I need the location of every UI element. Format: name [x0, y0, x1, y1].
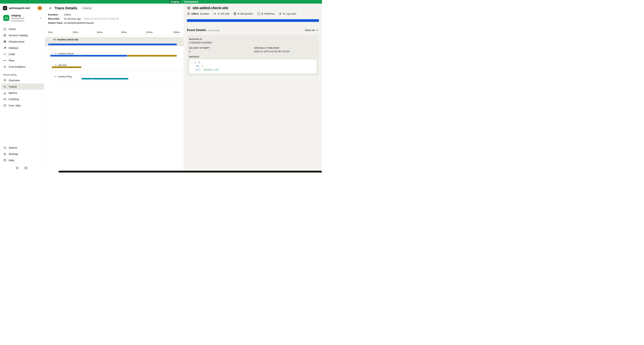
service-catalog-icon [3, 34, 6, 37]
show-all-button[interactable]: Show all [305, 29, 319, 32]
sidebar-item-label: Help [8, 159, 14, 162]
row-separator [50, 59, 184, 59]
trace-span-segment[interactable] [91, 78, 128, 80]
app-logo: U [3, 6, 7, 10]
sidebar-item-home[interactable]: Home [1, 26, 44, 32]
axis-tick-label: 90ms [122, 31, 127, 34]
sidebar-item-settings[interactable]: Settings [1, 151, 44, 157]
sidebar-nav-main: HomeService CatalogInfrastructureDeploys… [0, 26, 45, 70]
copy-json-button[interactable] [198, 61, 200, 64]
collapse-sidebar-button[interactable] [24, 166, 28, 170]
sidebar-item-label: Settings [8, 152, 18, 155]
environment-description: Development Environment [11, 17, 37, 22]
trace-span-segment[interactable] [80, 55, 127, 57]
span-name: monitor.Check [58, 52, 74, 55]
sun-icon [16, 166, 19, 170]
message-id-label: MESSAGE ID [189, 38, 317, 40]
sidebar-item-traces[interactable]: Traces [1, 84, 44, 90]
api-call-icon [54, 53, 57, 55]
env-badge[interactable]: staging [169, 0, 180, 4]
trace-row-monitor-check-site[interactable]: −monitor.check-site [50, 38, 78, 41]
sidebar-item-label: Infrastructure [8, 40, 24, 43]
sidebar-item-deploys[interactable]: Deploys [1, 45, 44, 51]
json-value: 1 [201, 65, 203, 67]
trace-duration-row: Duration 158ms [48, 13, 180, 16]
trace-span-segment[interactable] [82, 78, 91, 80]
json-colon: : [198, 65, 202, 67]
trace-span-segment[interactable] [52, 66, 81, 68]
axis-tick-mark [146, 34, 146, 35]
parent-trace-value[interactable]: 0cv4ik3jrtbcp6if6h8ovbpuq0 [64, 22, 94, 25]
sidebar-item-label: Search [8, 146, 17, 149]
section-label-observability: Observability [3, 73, 45, 76]
theme-toggle-button[interactable] [16, 166, 19, 170]
tree-connector [52, 55, 52, 77]
json-key: url [196, 68, 200, 71]
sidebar-item-service-catalog[interactable]: Service Catalog [1, 32, 44, 39]
avatar[interactable]: MK [38, 6, 42, 11]
sidebar-nav-observability: OverviewTracesMetricsPub/SubCron Jobs [0, 77, 45, 109]
trace-row-monitor-check[interactable]: −monitor.Check [51, 52, 74, 55]
trace-row-site-get[interactable]: site.Get [54, 64, 66, 66]
trace-span-segment[interactable] [127, 55, 148, 57]
log-lines-icon [279, 12, 282, 15]
sidebar-item-pub-sub[interactable]: Pub/Sub [1, 96, 44, 102]
stat-log-lines: 0Log Lines [279, 12, 296, 15]
trace-span-segment[interactable] [148, 55, 177, 57]
trace-row-monitor-ping[interactable]: monitor.Ping [54, 75, 72, 78]
trace-span-segment[interactable] [48, 44, 177, 45]
sidebar-item-cost-analytics[interactable]: $Cost Analytics [1, 64, 44, 70]
publish-icon [257, 12, 260, 15]
originally-published-value: 2025-12-15T11:42:00.467+01:00 [254, 50, 317, 53]
json-field-url: url: "google.com" [192, 68, 314, 71]
axis-tick-label: 158ms [173, 31, 180, 34]
sidebar-item-label: Deploys [8, 46, 18, 49]
sidebar-item-help[interactable]: Help [1, 157, 44, 163]
span-duration-bar [187, 19, 319, 22]
environment-selector[interactable]: staging Development Environment [2, 13, 43, 23]
stat-api-call: 1API Call [214, 12, 229, 15]
span-track [48, 78, 177, 80]
subscription-icon [187, 6, 191, 10]
event-card: MESSAGE ID 17532333713226391 DELIVERY AT… [187, 35, 319, 76]
sidebar-nav-bottom: SearchSettingsHelp [0, 145, 45, 163]
stat-label: Publishes [264, 13, 275, 15]
trace-details-panel: Trace Details staging Duration 158ms Rec… [45, 4, 184, 173]
collapse-toggle[interactable]: − [50, 38, 52, 41]
collapse-toggle[interactable]: − [51, 52, 53, 55]
duration-label: Duration [48, 13, 64, 16]
sidebar-item-search[interactable]: Search [1, 145, 44, 151]
span-name: monitor.Ping [58, 75, 72, 78]
flow-icon [3, 59, 6, 62]
infrastructure-icon [3, 40, 6, 43]
sidebar-spacer [0, 109, 45, 145]
sidebar-item-overview[interactable]: Overview [1, 77, 44, 84]
json-colon: : [200, 68, 203, 71]
row-separator [52, 70, 184, 71]
database-icon [234, 12, 236, 15]
sidebar-item-label: Service Catalog [8, 34, 28, 37]
sidebar-item-label: Pub/Sub [8, 98, 19, 101]
api-call-icon [54, 64, 57, 66]
event-count: (1 events) [208, 29, 220, 32]
row-separator [52, 82, 184, 82]
sidebar-item-cron-jobs[interactable]: Cron Jobs [1, 102, 44, 109]
json-collapse-caret[interactable]: ▾ [192, 62, 192, 64]
sidebar-item-flow[interactable]: Flow [1, 57, 44, 64]
sidebar-item-infrastructure[interactable]: Infrastructure [1, 39, 44, 45]
duration-value: 158ms [64, 13, 71, 16]
subscription-title: site-added.check-site [192, 6, 228, 10]
sidebar-item-metrics[interactable]: Metrics [1, 90, 44, 96]
console-drawer[interactable] [58, 171, 322, 173]
json-field-id: id: 1 [192, 65, 314, 68]
workspace-header: U uptimeapp22-4si2 MK [0, 4, 45, 11]
json-key: id [196, 65, 198, 67]
back-button[interactable] [48, 6, 53, 11]
back-arrow-icon [49, 7, 52, 10]
trace-span-segment[interactable] [50, 55, 80, 57]
message-id-value: 17532333713226391 [189, 41, 317, 44]
stat-duration: 158msDuration [187, 12, 209, 15]
overview-icon [3, 79, 6, 82]
sidebar-item-code[interactable]: Code [1, 51, 44, 57]
chevron-down-icon [316, 29, 319, 32]
